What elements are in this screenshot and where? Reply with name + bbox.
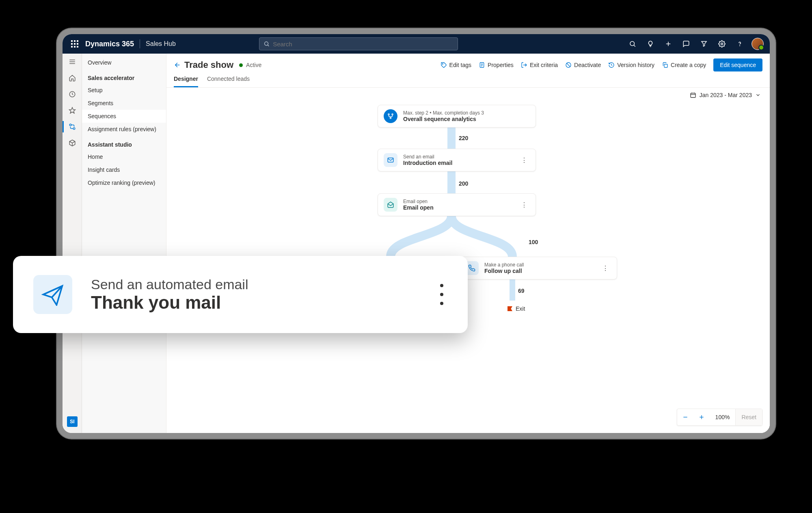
app-launcher-icon[interactable]: [67, 40, 83, 48]
user-avatar[interactable]: [749, 36, 766, 52]
status-indicator: [239, 63, 243, 67]
sidebar-item-insight-cards[interactable]: Insight cards: [82, 163, 166, 176]
chevron-down-icon: [755, 92, 761, 98]
svg-point-6: [721, 43, 723, 45]
svg-rect-24: [691, 93, 695, 97]
settings-icon[interactable]: [714, 36, 730, 52]
home-icon[interactable]: [63, 70, 82, 86]
exit-marker: Exit: [508, 305, 525, 312]
node-open-menu[interactable]: ⋮: [518, 199, 530, 210]
overlay-text: Send an automated email Thank you mail: [91, 277, 248, 313]
svg-line-22: [566, 63, 570, 67]
email-icon: [384, 153, 397, 167]
sidebar-item-setup[interactable]: Setup: [82, 84, 166, 97]
sequences-rail-icon[interactable]: [63, 119, 82, 135]
edit-sequence-button[interactable]: Edit sequence: [713, 58, 762, 71]
node-follow-up-call[interactable]: Make a phone call Follow up call ⋮: [459, 257, 617, 279]
recent-icon[interactable]: [63, 86, 82, 102]
node-follow-sub: Make a phone call: [484, 262, 524, 268]
chat-icon[interactable]: [678, 36, 694, 52]
cmd-exit-criteria[interactable]: Exit criteria: [521, 62, 558, 68]
node-intro-email[interactable]: Send an email Introduction email ⋮: [378, 149, 536, 171]
svg-point-15: [442, 63, 443, 64]
global-search[interactable]: [259, 37, 458, 50]
zoom-controls: 100% Reset: [677, 409, 762, 426]
overlay-more-menu[interactable]: [440, 284, 443, 305]
zoom-out-button[interactable]: [677, 409, 693, 425]
main-area: Trade show Active Edit tags Properties E…: [166, 54, 770, 433]
cmd-version-history[interactable]: Version history: [608, 62, 654, 68]
sidebar-section-sales-accelerator: Sales accelerator: [82, 69, 166, 84]
area-switcher[interactable]: SI: [63, 413, 82, 430]
lightbulb-icon[interactable]: [642, 36, 659, 52]
count-69: 69: [518, 288, 525, 294]
sidebar-item-sequences[interactable]: Sequences: [82, 110, 166, 123]
search-input[interactable]: [273, 41, 454, 48]
app-body: SI Overview Sales accelerator Setup Segm…: [63, 54, 770, 433]
cmd-properties[interactable]: Properties: [479, 62, 514, 68]
svg-point-29: [392, 114, 393, 115]
analytics-icon: [384, 109, 397, 123]
overlay-sub: Send an automated email: [91, 277, 248, 292]
exit-label: Exit: [516, 305, 525, 312]
cmd-create-copy[interactable]: Create a copy: [662, 62, 706, 68]
sidebar-item-assignment-rules[interactable]: Assignment rules (preview): [82, 123, 166, 136]
sidebar-section-assistant-studio: Assistant studio: [82, 136, 166, 150]
plus-icon[interactable]: [660, 36, 676, 52]
svg-point-0: [264, 42, 268, 45]
node-overall-title: Overall sequence analytics: [403, 116, 484, 122]
email-open-icon: [384, 198, 397, 212]
command-bar: Edit tags Properties Exit criteria Deact…: [441, 58, 762, 71]
zoom-reset-button[interactable]: Reset: [735, 409, 762, 425]
node-intro-sub: Send an email: [403, 154, 452, 160]
node-overall-sub: Max. step 2 • Max. completion days 3: [403, 110, 484, 116]
node-overall-analytics[interactable]: Max. step 2 • Max. completion days 3 Ove…: [378, 105, 536, 128]
cmd-deactivate[interactable]: Deactivate: [565, 62, 601, 68]
filter-icon[interactable]: [696, 36, 712, 52]
brand-divider: [140, 39, 140, 48]
zoom-value: 100%: [710, 414, 736, 420]
page-header: Trade show Active Edit tags Properties E…: [166, 54, 770, 71]
node-follow-title: Follow up call: [484, 268, 524, 274]
svg-line-3: [634, 45, 635, 46]
brand-subtitle[interactable]: Sales Hub: [146, 40, 176, 48]
tab-designer[interactable]: Designer: [174, 76, 198, 87]
count-100: 100: [529, 239, 538, 245]
help-icon[interactable]: [732, 36, 748, 52]
status-text: Active: [246, 62, 261, 68]
cmd-edit-tags[interactable]: Edit tags: [441, 62, 471, 68]
count-220: 220: [459, 135, 468, 141]
svg-point-30: [390, 117, 391, 119]
zoom-in-button[interactable]: [693, 409, 710, 425]
node-intro-menu[interactable]: ⋮: [518, 155, 530, 166]
topbar-actions: [624, 36, 766, 52]
svg-point-28: [388, 114, 389, 115]
page-title: Trade show: [184, 60, 233, 70]
menu-toggle-icon[interactable]: [63, 54, 82, 70]
cube-icon[interactable]: [63, 135, 82, 151]
svg-point-12: [69, 124, 71, 126]
date-range-picker[interactable]: Jan 2023 - Mar 2023: [690, 92, 761, 98]
overlay-step-card[interactable]: Send an automated email Thank you mail: [13, 256, 468, 333]
sidebar-item-overview[interactable]: Overview: [82, 56, 166, 69]
svg-line-1: [268, 45, 269, 46]
sidebar: Overview Sales accelerator Setup Segment…: [82, 54, 166, 433]
sidebar-item-home[interactable]: Home: [82, 150, 166, 163]
topbar: Dynamics 365 Sales Hub: [63, 34, 770, 54]
date-range-text: Jan 2023 - Mar 2023: [700, 92, 752, 98]
pinned-icon[interactable]: [63, 102, 82, 119]
overlay-title: Thank you mail: [91, 292, 248, 313]
search-icon: [263, 41, 270, 47]
sidebar-item-segments[interactable]: Segments: [82, 97, 166, 110]
svg-point-2: [630, 41, 635, 46]
search-icon-btn[interactable]: [624, 36, 641, 52]
node-follow-menu[interactable]: ⋮: [600, 263, 611, 274]
count-200: 200: [459, 180, 468, 187]
node-email-open[interactable]: Email open Email open ⋮: [378, 193, 536, 216]
svg-rect-23: [664, 64, 667, 67]
icon-rail: SI: [63, 54, 82, 433]
back-arrow-icon[interactable]: [174, 61, 181, 69]
sidebar-item-optimize-ranking[interactable]: Optimize ranking (preview): [82, 176, 166, 189]
calendar-icon: [690, 92, 696, 98]
tab-connected-leads[interactable]: Connected leads: [207, 76, 250, 87]
